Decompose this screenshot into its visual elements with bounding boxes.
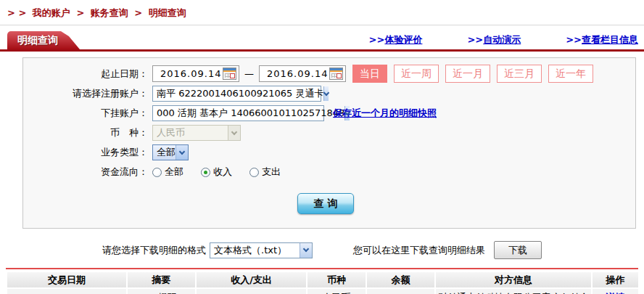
currency-label: 币 种： — [23, 126, 148, 139]
chevron-down-icon[interactable] — [176, 145, 188, 160]
query-button[interactable]: 查 询 — [297, 193, 354, 214]
table-header-row: 交易日期 摘要 收入/支出 币种 余额 对方信息 操作 — [7, 272, 638, 287]
query-form-panel: 起止日期： 2016.09.14 — 2016.09.14 当日 近一周 近一月… — [22, 57, 636, 229]
download-format-select[interactable]: 文本格式（.txt） — [210, 242, 313, 258]
header-balance: 余额 — [367, 272, 434, 287]
breadcrumb: > > 我的账户 > 账务查询 > 明细查询 — [0, 0, 644, 25]
breadcrumb-item-account-query[interactable]: 账务查询 — [91, 7, 128, 18]
sub-account-row: 下挂账户： 000 活期 基本户 1406600101102571848 保存近… — [23, 105, 635, 122]
chevron-down-icon[interactable] — [323, 86, 329, 101]
link-label: 体验评价 — [384, 34, 422, 45]
breadcrumb-item-detail-query[interactable]: 明细查询 — [149, 7, 186, 18]
calendar-icon[interactable] — [329, 68, 343, 80]
breadcrumb-item-my-account[interactable]: 我的账户 — [33, 7, 70, 18]
link-label: 查看栏目信息 — [582, 34, 638, 45]
table-row: 2016-09-14 DF提现 +210.00 人民币 513.01 财付通支付… — [7, 289, 638, 294]
date-range-label: 起止日期： — [23, 68, 148, 81]
query-button-row: 查 询 — [23, 193, 635, 214]
download-button[interactable]: 下载 — [494, 241, 542, 259]
breadcrumb-prefix: > > — [7, 7, 26, 18]
calendar-grid — [331, 73, 341, 78]
header-action: 操作 — [593, 272, 638, 287]
flow-option-expense[interactable]: 支出 — [249, 166, 281, 179]
cell-counterparty: 财付通支付科技有限公司客户备付金 — [436, 289, 591, 294]
calendar-grid — [225, 73, 234, 78]
detail-link[interactable]: 详情 — [606, 292, 625, 294]
link-prefix: >> — [369, 34, 385, 45]
registered-account-select[interactable]: 南平 6222001406100921065 灵通卡 — [152, 86, 321, 102]
date-from-input[interactable]: 2016.09.14 — [152, 65, 239, 82]
download-format-label: 请您选择下载明细的格式 — [102, 244, 206, 257]
flow-option-income-label: 收入 — [213, 166, 232, 179]
cell-amount: +210.00 — [197, 289, 306, 294]
header-currency: 币种 — [307, 272, 366, 287]
tab-bar: 明细查询 >>体验评价 >>自动演示 >>查看栏目信息 — [0, 30, 644, 49]
sub-account-select[interactable]: 000 活期 基本户 1406600101102571848 — [152, 105, 324, 121]
date-to-input[interactable]: 2016.09.14 — [259, 65, 346, 82]
calendar-icon[interactable] — [223, 68, 236, 80]
chevron-down-icon[interactable] — [300, 243, 312, 258]
date-to-value: 2016.09.14 — [267, 68, 329, 79]
table-top-red-line — [6, 268, 638, 269]
flow-option-all[interactable]: 全部 — [152, 166, 183, 179]
breadcrumb-separator: > — [134, 7, 142, 18]
cell-summary: DF提现 — [128, 289, 195, 294]
link-prefix: >> — [467, 34, 483, 45]
sub-account-value: 000 活期 基本户 1406600101102571848 — [157, 107, 344, 120]
fund-flow-row: 资金流向： 全部 收入 支出 — [23, 163, 635, 181]
date-range-row: 起止日期： 2016.09.14 — 2016.09.14 当日 近一周 近一月… — [23, 65, 635, 83]
transactions-table: 交易日期 摘要 收入/支出 币种 余额 对方信息 操作 2016-09-14 D… — [6, 271, 640, 294]
biz-type-row: 业务类型： 全部 — [23, 144, 635, 161]
registered-account-row: 请选择注册账户： 南平 6222001406100921065 灵通卡 — [23, 85, 635, 102]
flow-option-all-label: 全部 — [165, 166, 183, 179]
top-links: >>体验评价 >>自动演示 >>查看栏目信息 — [369, 33, 644, 49]
download-result-label: 您可以在这里下载查询明细结果 — [353, 244, 485, 257]
cell-action: 详情 — [593, 289, 638, 294]
header-summary: 摘要 — [128, 272, 195, 287]
sub-account-label: 下挂账户： — [23, 107, 148, 120]
date-from-value: 2016.09.14 — [160, 68, 223, 79]
tab-detail-query[interactable]: 明细查询 — [7, 31, 80, 49]
quick-range-week-button[interactable]: 近一周 — [394, 65, 439, 83]
chevron-down-icon — [228, 126, 240, 140]
registered-account-value: 南平 6222001406100921065 灵通卡 — [157, 87, 323, 100]
biz-type-select[interactable]: 全部 — [152, 144, 189, 160]
link-auto-demo[interactable]: >>自动演示 — [467, 33, 521, 46]
biz-type-value: 全部 — [157, 146, 176, 159]
link-prefix: >> — [566, 34, 582, 45]
currency-select-disabled: 人民币 — [152, 125, 241, 141]
flow-option-income[interactable]: 收入 — [201, 166, 232, 179]
link-view-column-info[interactable]: >>查看栏目信息 — [566, 33, 638, 46]
radio-checked-icon[interactable] — [201, 168, 210, 177]
fund-flow-radio-group: 全部 收入 支出 — [152, 166, 298, 179]
biz-type-label: 业务类型： — [23, 146, 148, 159]
quick-range-month-button[interactable]: 近一月 — [445, 65, 490, 83]
currency-value: 人民币 — [157, 126, 185, 139]
download-format-value: 文本格式（.txt） — [214, 244, 286, 257]
header-income-expense: 收入/支出 — [197, 272, 306, 287]
currency-row: 币 种： 人民币 — [23, 124, 635, 142]
quick-range-today-button[interactable]: 当日 — [352, 65, 387, 83]
link-label: 自动演示 — [483, 34, 521, 45]
header-counterparty: 对方信息 — [436, 272, 591, 287]
download-row: 请您选择下载明细的格式 文本格式（.txt） 您可以在这里下载查询明细结果 下载 — [0, 241, 644, 259]
red-divider — [0, 49, 644, 52]
header-transaction-date: 交易日期 — [7, 272, 126, 287]
quick-range-3months-button[interactable]: 近三月 — [497, 65, 542, 83]
cell-transaction-date: 2016-09-14 — [7, 289, 126, 294]
quick-range-year-button[interactable]: 近一年 — [548, 65, 593, 83]
cell-currency: 人民币 — [307, 289, 366, 294]
link-experience-rating[interactable]: >>体验评价 — [369, 33, 423, 46]
cell-balance: 513.01 — [367, 289, 434, 294]
radio-icon[interactable] — [249, 168, 259, 177]
breadcrumb-separator: > — [76, 7, 84, 18]
registered-account-label: 请选择注册账户： — [23, 87, 148, 100]
radio-icon[interactable] — [152, 168, 162, 177]
date-range-dash: — — [244, 68, 254, 79]
flow-option-expense-label: 支出 — [262, 166, 281, 179]
fund-flow-label: 资金流向： — [23, 166, 148, 179]
